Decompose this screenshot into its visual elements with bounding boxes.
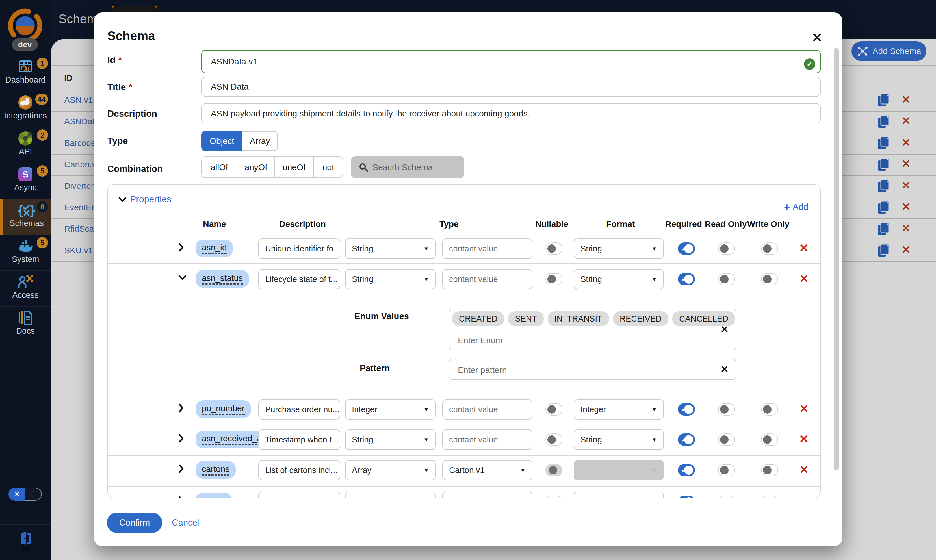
writeonly-toggle[interactable] — [761, 434, 778, 446]
nullable-toggle[interactable] — [545, 403, 562, 415]
sidebar-item-async[interactable]: S Async 5 — [0, 163, 51, 199]
confirm-button[interactable]: Confirm — [107, 512, 162, 533]
format-select[interactable]: String▼ — [574, 492, 664, 498]
delete-icon[interactable]: ✕ — [902, 137, 911, 148]
sidebar-item-dashboard[interactable]: Dashboard 1 — [0, 55, 51, 91]
type-object-button[interactable]: Object — [201, 131, 242, 151]
property-name-chip[interactable]: cartons — [196, 461, 236, 478]
enum-values-box[interactable]: CREATED SENT IN_TRANSIT RECEIVED CANCELL… — [449, 309, 736, 350]
format-select[interactable]: String▼ — [574, 269, 664, 289]
format-select[interactable]: Integer▼ — [574, 399, 664, 420]
sidebar-item-system[interactable]: System 5 — [0, 234, 51, 271]
sidebar-item-access[interactable]: Access — [0, 271, 51, 306]
delete-icon[interactable]: ✕ — [902, 223, 911, 234]
enum-chip[interactable]: IN_TRANSIT — [548, 311, 609, 326]
add-property-button[interactable]: + Add — [784, 201, 808, 213]
combination-not-button[interactable]: not — [313, 156, 343, 178]
format-select[interactable]: String▼ — [574, 429, 664, 450]
clear-enum-icon[interactable]: ✕ — [720, 325, 729, 334]
delete-icon[interactable]: ✕ — [902, 115, 911, 126]
property-type-select[interactable]: String▼ — [345, 492, 436, 498]
delete-icon[interactable]: ✕ — [902, 245, 911, 255]
delete-icon[interactable]: ✕ — [902, 202, 911, 212]
add-schema-button[interactable]: Add Schema — [851, 41, 927, 61]
writeonly-toggle[interactable] — [761, 495, 778, 498]
constant-value-input[interactable]: contant value — [442, 399, 533, 420]
copy-icon[interactable] — [878, 115, 890, 131]
copy-icon[interactable] — [878, 93, 890, 109]
chevron-down-icon[interactable] — [178, 275, 186, 282]
constant-value-input[interactable]: contant value — [442, 492, 533, 498]
format-select[interactable]: String▼ — [574, 238, 664, 259]
description-field[interactable]: ASN payload providing shipment details t… — [201, 103, 821, 123]
writeonly-toggle[interactable] — [761, 242, 778, 255]
required-toggle[interactable]: ✓ — [678, 242, 695, 255]
chevron-right-icon[interactable] — [178, 464, 184, 475]
delete-property-icon[interactable]: ✕ — [799, 495, 809, 498]
constant-value-input[interactable]: contant value — [442, 238, 533, 259]
property-description-input[interactable]: Origin of the... — [258, 492, 340, 498]
property-description-input[interactable]: Unique identifier fo... — [258, 238, 340, 259]
nullable-toggle[interactable] — [545, 242, 562, 255]
delete-property-icon[interactable]: ✕ — [799, 273, 809, 284]
nullable-toggle[interactable] — [545, 495, 562, 498]
sidebar-item-api[interactable]: API 2 — [0, 127, 51, 163]
type-array-button[interactable]: Array — [242, 131, 278, 151]
enum-chip[interactable]: RECEIVED — [613, 311, 668, 326]
required-toggle[interactable]: ✓ — [678, 273, 695, 285]
copy-icon[interactable] — [878, 222, 890, 238]
property-description-input[interactable]: Lifecycle state of t... — [258, 269, 340, 289]
search-schema-input[interactable]: Seacrh Schema — [351, 156, 464, 178]
property-type-select[interactable]: String▼ — [345, 238, 436, 259]
required-toggle[interactable]: ✓ — [678, 403, 695, 415]
properties-section-toggle[interactable]: Properties — [130, 194, 171, 205]
sidebar-item-integrations[interactable]: Integrations 44 — [0, 91, 51, 127]
enum-input-placeholder[interactable]: Enter Enum — [458, 336, 502, 345]
combination-anyof-button[interactable]: anyOf — [237, 156, 275, 178]
chevron-down-icon[interactable] — [118, 197, 126, 204]
constant-value-input[interactable]: contant value — [442, 429, 533, 450]
required-toggle[interactable]: ✓ — [678, 495, 695, 498]
theme-toggle[interactable]: ☀ ☾ — [8, 488, 42, 501]
writeonly-toggle[interactable] — [761, 273, 778, 285]
title-field[interactable]: ASN Data — [201, 77, 821, 97]
readonly-toggle[interactable] — [718, 495, 735, 498]
property-description-input[interactable]: List of cartons incl... — [258, 460, 340, 480]
writeonly-toggle[interactable] — [761, 464, 778, 476]
constant-value-input[interactable]: contant value — [442, 269, 533, 289]
required-toggle[interactable]: ✓ — [678, 464, 695, 476]
property-type-select[interactable]: String▼ — [345, 269, 436, 289]
copy-icon[interactable] — [878, 158, 890, 174]
property-name-chip[interactable]: asn_id — [196, 240, 233, 257]
readonly-toggle[interactable] — [718, 242, 735, 255]
delete-property-icon[interactable]: ✕ — [799, 434, 809, 445]
sidebar-item-docs[interactable]: Docs — [0, 306, 51, 342]
readonly-toggle[interactable] — [718, 434, 735, 446]
delete-icon[interactable]: ✕ — [902, 158, 911, 169]
enum-chip[interactable]: CREATED — [452, 311, 504, 326]
nullable-toggle[interactable] — [545, 273, 562, 285]
sidebar-item-exit[interactable]: Exit — [0, 525, 51, 560]
copy-icon[interactable] — [878, 136, 890, 152]
clear-pattern-icon[interactable]: ✕ — [720, 365, 729, 374]
property-name-chip[interactable]: asn_status — [196, 270, 249, 288]
pattern-input[interactable]: Enter pattern ✕ — [449, 358, 736, 380]
nullable-toggle[interactable] — [545, 434, 562, 446]
delete-icon[interactable]: ✕ — [902, 180, 911, 191]
property-type-select[interactable]: Array▼ — [345, 460, 436, 480]
delete-property-icon[interactable]: ✕ — [799, 464, 809, 475]
chevron-right-icon[interactable] — [178, 434, 184, 444]
property-description-input[interactable]: Timestamp when t... — [258, 429, 340, 450]
id-field[interactable]: ASNData.v1 — [201, 50, 821, 73]
readonly-toggle[interactable] — [718, 403, 735, 415]
copy-icon[interactable] — [878, 201, 890, 217]
property-type-select[interactable]: String▼ — [345, 429, 436, 450]
property-description-input[interactable]: Purchase order nu... — [258, 399, 340, 420]
readonly-toggle[interactable] — [718, 464, 735, 476]
chevron-right-icon[interactable] — [178, 403, 184, 414]
delete-property-icon[interactable]: ✕ — [799, 242, 809, 254]
cancel-button[interactable]: Cancel — [172, 518, 199, 528]
close-icon[interactable]: ✕ — [812, 31, 823, 44]
property-name-chip[interactable]: po_number — [196, 400, 251, 418]
chevron-right-icon[interactable] — [178, 495, 184, 498]
